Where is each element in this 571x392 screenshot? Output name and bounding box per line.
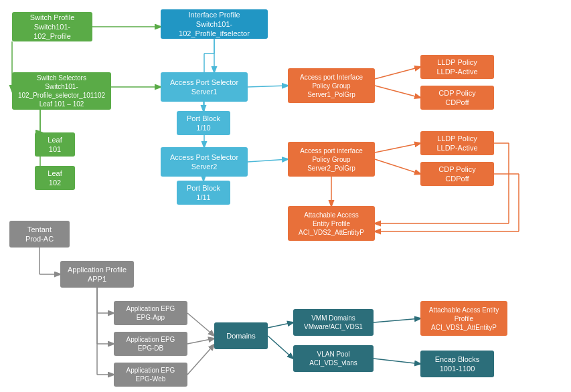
svg-line-13 xyxy=(248,86,288,87)
cdp-policy2-node: CDP Policy CDPoff xyxy=(420,162,494,186)
vmm-domains-node: VMM Domains VMware/ACI_VDS1 xyxy=(293,309,374,336)
svg-line-35 xyxy=(187,338,214,344)
switch-selectors-node: Switch Selectors Switch101-102_Profile_s… xyxy=(12,72,111,110)
vlan-pool-node: VLAN Pool ACI_VDS_vlans xyxy=(293,345,374,372)
svg-line-37 xyxy=(268,322,293,328)
access-port-ipg1-node: Access port Interface Policy Group Serve… xyxy=(288,68,375,103)
svg-line-18 xyxy=(375,159,420,174)
switch-profile-node: Switch Profile Switch101-102_Profile xyxy=(12,12,92,41)
svg-line-15 xyxy=(375,67,420,79)
epg-web-node: Application EPG EPG-Web xyxy=(114,363,187,387)
domains-node: Domains xyxy=(214,322,268,349)
access-port-selector2-node: Access Port Selector Server2 xyxy=(161,147,248,177)
cdp-policy1-node: CDP Policy CDPoff xyxy=(420,86,494,110)
encap-blocks-node: Encap Blocks 1001-1100 xyxy=(420,351,494,377)
epg-db-node: Application EPG EPG-DB xyxy=(114,332,187,356)
lldp-policy1-node: LLDP Policy LLDP-Active xyxy=(420,55,494,79)
tenant-node: Tentant Prod-AC xyxy=(9,221,70,248)
access-port-ipg2-node: Access port interface Policy Group Serve… xyxy=(288,142,375,177)
svg-line-34 xyxy=(187,313,214,336)
leaf101-node: Leaf 101 xyxy=(35,132,75,157)
svg-line-16 xyxy=(375,86,420,98)
svg-line-36 xyxy=(187,345,214,375)
access-port-selector1-node: Access Port Selector Server1 xyxy=(161,72,248,102)
epg-app-node: Application EPG EPG-App xyxy=(114,301,187,325)
svg-line-40 xyxy=(374,359,420,364)
aae-profile-node: Attachable Access Entity Profile ACI_VDS… xyxy=(288,206,375,241)
svg-line-14 xyxy=(248,159,288,162)
svg-line-39 xyxy=(374,318,420,322)
aae-profile2-node: Attachable Acess Entity Profile ACI_VDS1… xyxy=(420,301,507,336)
interface-profile-node: Interface Profile Switch101-102_Profile_… xyxy=(161,9,268,39)
port-block-111-node: Port Block 1/11 xyxy=(177,181,230,205)
leaf102-node: Leaf 102 xyxy=(35,166,75,190)
svg-line-17 xyxy=(375,143,420,153)
port-block-110-node: Port Block 1/10 xyxy=(177,111,230,135)
app-profile-node: Application Profile APP1 xyxy=(60,261,134,288)
svg-line-38 xyxy=(268,336,293,359)
lldp-policy2-node: LLDP Policy LLDP-Active xyxy=(420,131,494,155)
